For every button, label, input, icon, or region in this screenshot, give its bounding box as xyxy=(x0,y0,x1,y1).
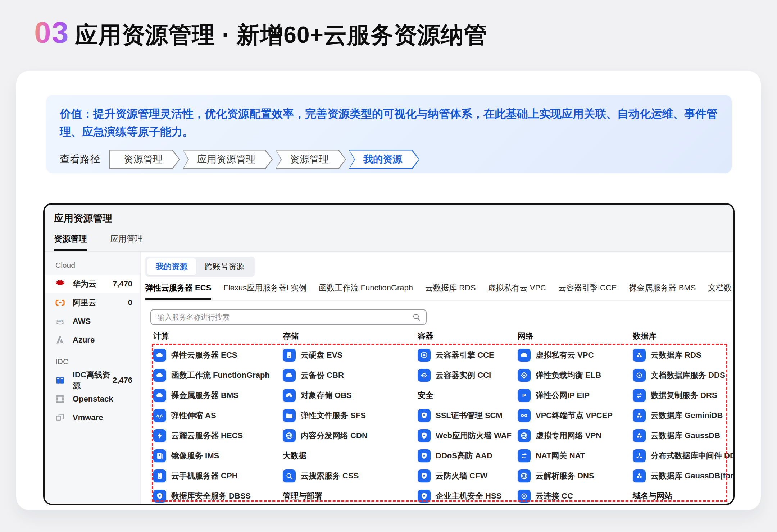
search-input[interactable] xyxy=(150,309,427,325)
service-item-mysql[interactable]: 云数据库 GaussDB(for MySQL) xyxy=(633,469,733,482)
service-label: 弹性文件服务 SFS xyxy=(301,410,366,421)
breadcrumb-step-4[interactable]: 我的资源 xyxy=(349,150,419,169)
service-tab-虚拟私有云-vpc[interactable]: 虚拟私有云 VPC xyxy=(488,283,546,300)
service-item-scm[interactable]: SSL证书管理 SCM xyxy=(418,409,503,422)
search-icon[interactable] xyxy=(412,313,421,321)
service-item-ims[interactable]: 镜像服务 IMS xyxy=(153,449,219,462)
service-label: 云防火墙 CFW xyxy=(436,471,487,481)
service-item-cdn[interactable]: 内容分发网络 CDN xyxy=(283,429,368,442)
service-item-sfs[interactable]: 弹性文件服务 SFS xyxy=(283,409,366,422)
breadcrumb-step-2[interactable]: 应用资源管理 xyxy=(183,150,273,169)
nat-icon xyxy=(518,449,531,462)
service-item-evs[interactable]: 云硬盘 EVS xyxy=(283,349,342,362)
vpn-icon xyxy=(518,429,531,442)
service-item-dds[interactable]: 文档数据库服务 DDS xyxy=(633,369,725,382)
service-label: DDoS高防 AAD xyxy=(436,450,492,461)
cph-icon xyxy=(153,469,166,482)
service-item-dns[interactable]: 云解析服务 DNS xyxy=(518,469,594,482)
service-item-hss[interactable]: 企业主机安全 HSS xyxy=(418,490,501,503)
service-item-gaussdb[interactable]: 云数据库 GaussDB xyxy=(633,429,720,442)
drs-icon xyxy=(633,389,646,402)
service-tab-函数工作流-functiongraph[interactable]: 函数工作流 FunctionGraph xyxy=(319,283,413,300)
provider-sidebar: Cloud华为云7,470阿里云0awsAWSAzureIDCIDC离线资源2,… xyxy=(45,252,141,505)
service-item-vpcep[interactable]: VPC终端节点 VPCEP xyxy=(518,409,613,422)
dns-icon xyxy=(518,469,531,482)
service-item-geminidb[interactable]: 云数据库 GeminiDB xyxy=(633,409,723,422)
service-label: 云连接 CC xyxy=(536,491,573,501)
panel-header: 应用资源管理 资源管理应用管理 xyxy=(45,205,733,252)
service-tab-弹性云服务器-ecs[interactable]: 弹性云服务器 ECS xyxy=(145,283,211,300)
service-tab-flexus应用服务器l实例[interactable]: Flexus应用服务器L实例 xyxy=(223,283,306,300)
service-item-rds[interactable]: 云数据库 RDS xyxy=(633,349,701,362)
service-item-ecs[interactable]: 弹性云服务器 ECS xyxy=(153,349,237,362)
column-header-容器: 容器 xyxy=(418,331,512,339)
service-item-functiongraph[interactable]: 函数工作流 FunctionGraph xyxy=(153,369,270,382)
service-item-bms[interactable]: 裸金属服务器 BMS xyxy=(153,389,238,402)
sidebar-item-azure[interactable]: Azure xyxy=(45,331,140,349)
ddm-icon xyxy=(633,449,646,462)
sidebar-item-aws[interactable]: awsAWS xyxy=(45,312,140,331)
service-item-ddm[interactable]: 分布式数据库中间件 DDM xyxy=(633,449,733,462)
functiongraph-icon xyxy=(153,369,166,382)
service-item-cci[interactable]: 云容器实例 CCI xyxy=(418,369,491,382)
service-item-hecs[interactable]: 云耀云服务器 HECS xyxy=(153,429,243,442)
service-label: 裸金属服务器 BMS xyxy=(171,390,238,401)
breadcrumb-label: 资源管理 xyxy=(109,150,180,169)
service-item-cbr[interactable]: 云备份 CBR xyxy=(283,369,344,382)
evs-icon xyxy=(283,349,296,362)
service-label: 数据复制服务 DRS xyxy=(651,390,717,401)
service-item-nat[interactable]: NAT网关 NAT xyxy=(518,449,585,462)
cce-icon xyxy=(418,349,431,362)
breadcrumb-step-3[interactable]: 资源管理 xyxy=(276,150,346,169)
service-item-vpn[interactable]: 虚拟专用网络 VPN xyxy=(518,429,601,442)
provider-name: 阿里云 xyxy=(73,297,96,308)
as-icon xyxy=(153,409,166,422)
service-label: 弹性公网IP EIP xyxy=(536,390,590,401)
service-item-eip[interactable]: IP弹性公网IP EIP xyxy=(518,389,590,402)
breadcrumb-step-1[interactable]: 资源管理 xyxy=(109,150,180,169)
sidebar-item-vmware[interactable]: Vmware xyxy=(45,408,140,427)
ecs-icon xyxy=(153,349,166,362)
service-item-cph[interactable]: 云手机服务器 CPH xyxy=(153,469,238,482)
css-icon xyxy=(283,469,296,482)
service-grid: 计算弹性云服务器 ECS函数工作流 FunctionGraph裸金属服务器 BM… xyxy=(150,331,732,505)
service-label: 弹性负载均衡 ELB xyxy=(536,370,601,381)
aad-icon xyxy=(418,449,431,462)
sidebar-item-openstack[interactable]: Openstack xyxy=(45,390,140,408)
service-item-aad[interactable]: DDoS高防 AAD xyxy=(418,449,492,462)
main-content: 我的资源跨账号资源 弹性云服务器 ECSFlexus应用服务器L实例函数工作流 … xyxy=(141,252,733,505)
service-tab-裸金属服务器-bms[interactable]: 裸金属服务器 BMS xyxy=(629,283,696,300)
service-item-cfw[interactable]: 云防火墙 CFW xyxy=(418,469,487,482)
breadcrumb: 查看路径 资源管理应用资源管理资源管理我的资源 xyxy=(60,150,718,169)
service-tab-云容器引擎-cce[interactable]: 云容器引擎 CCE xyxy=(558,283,617,300)
scope-tab-跨账号资源[interactable]: 跨账号资源 xyxy=(196,258,253,275)
value-banner: 价值：提升资源管理灵活性，优化资源配置效率，完善资源类型的可视化与纳管体系，在此… xyxy=(45,94,733,174)
cc-icon xyxy=(518,490,531,503)
column-存储: 存储云硬盘 EVS云备份 CBR对象存储 OBS弹性文件服务 SFS内容分发网络… xyxy=(283,331,368,505)
service-item-obs[interactable]: 对象存储 OBS xyxy=(283,389,352,402)
service-label: 云数据库 RDS xyxy=(651,350,701,361)
obs-icon xyxy=(283,389,296,402)
service-item-as[interactable]: 弹性伸缩 AS xyxy=(153,409,216,422)
service-tab-云数据库-rds[interactable]: 云数据库 RDS xyxy=(425,283,476,300)
service-item-elb[interactable]: 弹性负载均衡 ELB xyxy=(518,369,601,382)
scope-tab-我的资源[interactable]: 我的资源 xyxy=(147,258,196,275)
cdn-icon xyxy=(283,429,296,442)
tab-资源管理[interactable]: 资源管理 xyxy=(54,233,87,251)
service-label: 弹性云服务器 ECS xyxy=(171,350,237,361)
panel-body: Cloud华为云7,470阿里云0awsAWSAzureIDCIDC离线资源2,… xyxy=(45,252,733,505)
service-item-cce[interactable]: 云容器引擎 CCE xyxy=(418,349,494,362)
sidebar-item-idc离线资源[interactable]: IDC离线资源2,476 xyxy=(45,371,140,390)
sidebar-item-阿里云[interactable]: 阿里云0 xyxy=(45,293,140,312)
service-item-vpc[interactable]: 虚拟私有云 VPC xyxy=(518,349,594,362)
tab-应用管理[interactable]: 应用管理 xyxy=(110,233,143,251)
service-label: 云数据库 GeminiDB xyxy=(651,410,723,421)
service-item-drs[interactable]: 数据复制服务 DRS xyxy=(633,389,717,402)
service-tab-文档数据库服务-dds[interactable]: 文档数据库服务 DDS xyxy=(708,283,732,300)
provider-name: AWS xyxy=(73,317,91,326)
service-item-dbss[interactable]: 数据库安全服务 DBSS xyxy=(153,490,251,503)
service-item-cc[interactable]: 云连接 CC xyxy=(518,490,573,503)
sidebar-item-华为云[interactable]: 华为云7,470 xyxy=(45,275,140,293)
service-item-css[interactable]: 云搜索服务 CSS xyxy=(283,469,359,482)
service-item-waf[interactable]: Web应用防火墙 WAF xyxy=(418,429,512,442)
